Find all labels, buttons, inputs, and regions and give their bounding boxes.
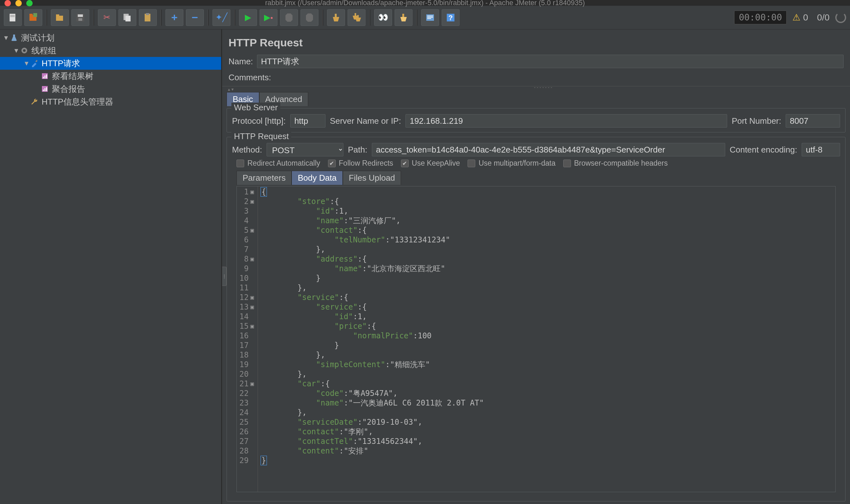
svg-rect-12 (125, 16, 131, 21)
gear-icon (20, 46, 29, 55)
zoom-window-icon[interactable] (26, 0, 33, 6)
svg-rect-36 (45, 75, 46, 78)
expand-icon[interactable]: ▼ (3, 34, 10, 41)
tab-body-data[interactable]: Body Data (292, 171, 343, 185)
help-button[interactable]: ? (441, 9, 459, 26)
svg-rect-5 (33, 13, 37, 17)
svg-rect-26 (427, 16, 433, 16)
shutdown-button[interactable] (300, 9, 318, 26)
tree-item-label: HTTP信息头管理器 (41, 96, 113, 107)
svg-point-32 (23, 49, 25, 52)
sidebar-collapse-handle[interactable]: ⋮ (222, 267, 227, 286)
svg-rect-21 (357, 15, 359, 18)
splitter-handle[interactable]: ▴▾ˆˆˆˆˆˆˆ (222, 86, 850, 92)
svg-rect-14 (146, 13, 149, 15)
warnings-count: ⚠0 (793, 12, 808, 23)
tree-item[interactable]: HTTP信息头管理器 (0, 95, 221, 108)
clear-all-button[interactable] (348, 9, 365, 26)
report-icon (40, 85, 49, 93)
report-icon (40, 72, 49, 80)
open-button[interactable] (51, 9, 69, 26)
svg-rect-40 (45, 88, 46, 91)
body-tabs: Parameters Body Data Files Upload (232, 171, 840, 185)
svg-rect-6 (56, 16, 63, 21)
tree-item[interactable]: 聚合报告 (0, 83, 221, 95)
new-button[interactable] (4, 9, 22, 26)
tree-item[interactable]: ▼HTTP请求 (0, 57, 221, 70)
remove-button[interactable]: − (186, 9, 204, 26)
expand-icon[interactable]: ▼ (13, 47, 20, 54)
templates-button[interactable] (24, 9, 42, 26)
redirect-auto-checkbox[interactable]: Redirect Automatically (237, 159, 320, 167)
protocol-input[interactable] (290, 114, 326, 128)
tree-item-label: 察看结果树 (52, 71, 93, 82)
search-button[interactable]: 👀 (374, 9, 392, 26)
close-window-icon[interactable] (4, 0, 11, 6)
wand-button[interactable]: ✦╱ (212, 9, 230, 26)
web-server-group: Web Server Protocol [http]: Server Name … (227, 108, 846, 132)
svg-rect-19 (354, 13, 356, 16)
timer-display: 00:00:00 (734, 11, 787, 24)
svg-rect-9 (78, 14, 83, 17)
start-no-pause-button[interactable]: ▶● (260, 9, 277, 26)
http-request-group-title: HTTP Request (231, 131, 291, 141)
svg-rect-2 (10, 16, 15, 17)
follow-redirects-checkbox[interactable]: Follow Redirects (328, 159, 393, 167)
svg-marker-16 (306, 14, 313, 22)
tree-item[interactable]: 察看结果树 (0, 70, 221, 83)
window-controls[interactable] (4, 0, 33, 6)
function-helper-button[interactable] (421, 9, 439, 26)
window-title: rabbit.jmx (/Users/admin/Downloads/apach… (265, 0, 585, 7)
add-button[interactable]: + (166, 9, 184, 26)
svg-marker-15 (285, 14, 293, 22)
comments-label: Comments: (228, 73, 271, 83)
name-input[interactable] (257, 55, 844, 68)
svg-rect-10 (79, 18, 82, 21)
port-input[interactable] (786, 114, 840, 128)
method-select[interactable]: POST (266, 143, 343, 156)
encoding-label: Content encoding: (730, 145, 797, 155)
path-label: Path: (348, 145, 367, 155)
tab-parameters[interactable]: Parameters (237, 171, 292, 185)
port-label: Port Number: (732, 116, 781, 126)
clear-button[interactable] (327, 9, 345, 26)
copy-button[interactable] (118, 9, 136, 26)
tree-item[interactable]: ▼测试计划 (0, 31, 221, 44)
flask-icon (10, 33, 19, 42)
reset-search-button[interactable] (395, 9, 413, 26)
config-tabs: Basic Advanced (222, 92, 850, 106)
browser-compat-checkbox[interactable]: Browser-compatible headers (563, 159, 668, 167)
tree-item-label: 测试计划 (21, 32, 54, 43)
svg-rect-37 (46, 74, 47, 78)
multipart-checkbox[interactable]: Use multipart/form-data (468, 159, 555, 167)
tree-item[interactable]: ▼线程组 (0, 44, 221, 57)
svg-marker-18 (333, 17, 339, 21)
svg-rect-17 (335, 14, 337, 17)
test-plan-tree[interactable]: ▼测试计划▼线程组▼HTTP请求察看结果树聚合报告HTTP信息头管理器 (0, 30, 222, 504)
expand-icon[interactable]: ▼ (23, 60, 30, 67)
body-data-editor[interactable]: 1▣2▣345▣678▣9101112▣13▣1415▣161718192021… (237, 186, 836, 492)
save-button[interactable] (71, 9, 89, 26)
svg-marker-24 (400, 17, 407, 21)
svg-rect-1 (10, 15, 15, 16)
method-label: Method: (232, 145, 262, 155)
eyedrop-icon (30, 59, 39, 68)
svg-rect-0 (10, 14, 15, 21)
tab-files-upload[interactable]: Files Upload (343, 171, 401, 185)
thread-count: 0/0 (817, 13, 830, 23)
encoding-input[interactable] (802, 143, 840, 156)
main-toolbar: ✂ + − ✦╱ ▶ ▶● 👀 ? 00:00:00 ⚠0 0/0 (0, 6, 850, 30)
stop-button[interactable] (280, 9, 298, 26)
minimize-window-icon[interactable] (15, 0, 22, 6)
svg-marker-22 (355, 18, 361, 21)
start-button[interactable]: ▶ (239, 9, 257, 26)
path-input[interactable] (372, 143, 725, 156)
server-name-input[interactable] (405, 114, 727, 128)
http-request-group: HTTP Request Method: POST Path: Content … (227, 137, 846, 501)
keepalive-checkbox[interactable]: Use KeepAlive (401, 159, 460, 167)
cut-button[interactable]: ✂ (98, 9, 116, 26)
paste-button[interactable] (139, 9, 157, 26)
tree-item-label: HTTP请求 (41, 58, 80, 69)
comments-input[interactable] (275, 71, 844, 84)
tree-item-label: 线程组 (31, 45, 56, 56)
